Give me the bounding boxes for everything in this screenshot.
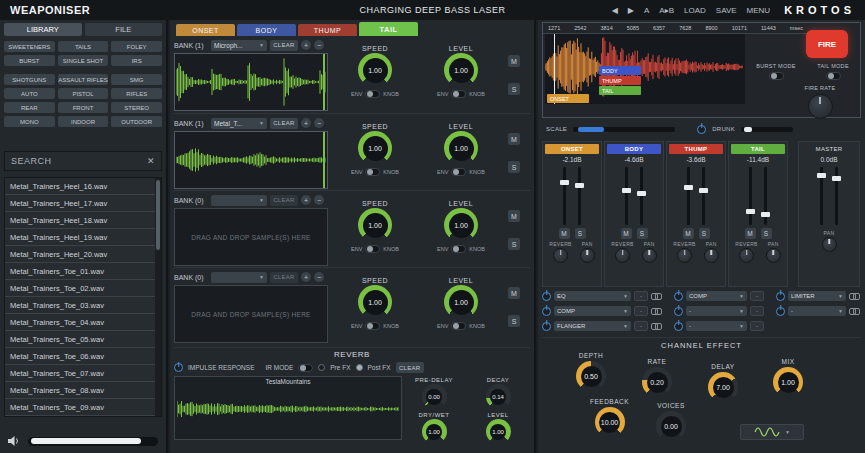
tab-thump[interactable]: THUMP (298, 24, 357, 36)
bank-remove-button[interactable]: − (314, 40, 324, 50)
category-assault-rifles-button[interactable]: ASSAULT RIFLES (58, 74, 109, 85)
channel-fader[interactable] (702, 167, 705, 225)
fire-rate-knob[interactable] (808, 94, 833, 119)
bank-source-dropdown[interactable]: ▼ (211, 272, 267, 283)
file-list-item[interactable]: Metal_Trainers_Toe_06.wav (5, 348, 161, 365)
category-outdoor-button[interactable]: OUTDOOR (111, 116, 162, 127)
file-list-item[interactable]: Metal_Trainers_Toe_08.wav (5, 382, 161, 399)
effect-delay-knob[interactable]: 7.00 (708, 372, 738, 402)
segment-badge-tail[interactable]: TAIL (599, 86, 641, 95)
category-tails-button[interactable]: TAILS (58, 41, 109, 52)
effect-mix-knob[interactable]: 1.00 (773, 367, 803, 397)
effect-rate-knob[interactable]: 0.20 (642, 367, 672, 397)
category-pistol-button[interactable]: PISTOL (58, 88, 109, 99)
bank-source-dropdown[interactable]: Microph...▼ (211, 40, 267, 51)
burst-mode-toggle[interactable] (769, 72, 784, 80)
bank-clear-button[interactable]: CLEAR (270, 272, 298, 283)
file-list-item[interactable]: Metal_Trainers_Toe_09.wav (5, 399, 161, 416)
channel-fader[interactable] (563, 167, 566, 225)
bank-solo-button[interactable]: S (508, 83, 520, 95)
drunk-power-button[interactable] (697, 125, 706, 134)
fx-amount-select[interactable]: - (634, 306, 648, 316)
link-icon[interactable] (651, 307, 662, 315)
bank-level-knob[interactable]: 1.00 (444, 285, 478, 319)
bank-add-button[interactable]: + (301, 195, 311, 205)
channel-pan-knob[interactable] (642, 248, 657, 263)
segment-badge-body[interactable]: BODY (599, 66, 641, 75)
category-sweeteners-button[interactable]: SWEETENERS (4, 41, 55, 52)
channel-pan-knob[interactable] (704, 248, 719, 263)
bank-speed-knob[interactable]: 1.00 (358, 53, 392, 87)
fx-amount-select[interactable]: - (750, 306, 764, 316)
sidebar-tab-library[interactable]: LIBRARY (4, 23, 82, 36)
channel-reverb-knob[interactable] (615, 248, 630, 263)
scrollbar-thumb[interactable] (156, 180, 160, 250)
fire-button[interactable]: FIRE (806, 30, 848, 58)
fx-select[interactable]: EQ▼ (554, 291, 631, 301)
channel-fader[interactable] (820, 167, 823, 225)
bank-remove-button[interactable]: − (314, 272, 324, 282)
channel-fader[interactable] (687, 167, 690, 225)
file-list-scrollbar[interactable] (155, 178, 161, 416)
bank-level-env-knob-toggle[interactable] (451, 90, 466, 98)
menu-button[interactable]: MENU (747, 6, 771, 15)
file-list-item[interactable]: Metal_Trainers_Toe_01.wav (5, 263, 161, 280)
segment-badge-onset[interactable]: ONSET (547, 94, 589, 103)
channel-pan-knob[interactable] (766, 248, 781, 263)
fx-select[interactable]: LIMITER▼ (788, 291, 846, 301)
file-list-item[interactable]: Metal_Trainers_Heel_17.wav (5, 195, 161, 212)
fx-power-button[interactable] (542, 307, 551, 316)
file-list-item[interactable]: Metal_Trainers_Heel_20.wav (5, 246, 161, 263)
fx-select[interactable]: COMP▼ (554, 306, 631, 316)
segment-badge-thump[interactable]: THUMP (599, 76, 641, 85)
link-icon[interactable] (849, 292, 860, 300)
bank-mute-button[interactable]: M (508, 287, 520, 299)
channel-solo-button[interactable]: S (699, 228, 710, 239)
fader-thumb[interactable] (684, 185, 693, 190)
scale-slider[interactable] (573, 127, 675, 132)
link-icon[interactable] (849, 307, 860, 315)
link-icon[interactable] (651, 292, 662, 300)
file-list-item[interactable]: Metal_Trainers_Toe_03.wav (5, 297, 161, 314)
fx-power-button[interactable] (674, 292, 683, 301)
file-list-item[interactable]: Metal_Trainers_Toe_02.wav (5, 280, 161, 297)
channel-pan-knob[interactable] (822, 237, 837, 252)
sidebar-tab-file[interactable]: FILE (85, 23, 163, 36)
category-smg-button[interactable]: SMG (111, 74, 162, 85)
category-single-shot-button[interactable]: SINGLE SHOT (58, 55, 109, 66)
bank-speed-knob[interactable]: 1.00 (358, 208, 392, 242)
category-auto-button[interactable]: AUTO (4, 88, 55, 99)
fader-thumb[interactable] (575, 183, 584, 188)
drunk-slider[interactable] (741, 127, 793, 132)
preset-next-button[interactable]: ▶ (628, 6, 634, 15)
category-mono-button[interactable]: MONO (4, 116, 55, 127)
timeline-waveform[interactable]: ONSETBODYTHUMPTAIL (545, 34, 745, 104)
post-fx-checkbox[interactable] (356, 364, 363, 371)
bank-mute-button[interactable]: M (508, 133, 520, 145)
file-list-item[interactable]: Metal_Trainers_Heel_18.wav (5, 212, 161, 229)
channel-fader[interactable] (764, 167, 767, 225)
bank-level-env-knob-toggle[interactable] (451, 245, 466, 253)
reverb-level-knob[interactable]: 1.00 (486, 419, 511, 444)
channel-solo-button[interactable]: S (761, 228, 772, 239)
bank-solo-button[interactable]: S (508, 238, 520, 250)
channel-mute-button[interactable]: M (621, 228, 632, 239)
ir-mode-toggle[interactable] (298, 364, 313, 372)
bank-waveform[interactable] (174, 53, 328, 111)
file-list-item[interactable]: Metal_Trainers_Heel_16.wav (5, 178, 161, 195)
speaker-icon[interactable] (8, 436, 20, 446)
pre-fx-checkbox[interactable] (318, 364, 325, 371)
bank-clear-button[interactable]: CLEAR (270, 195, 298, 206)
ab-compare-button[interactable]: A▸B (659, 6, 674, 15)
preview-volume-slider[interactable] (28, 437, 158, 446)
file-list-item[interactable]: Metal_Trainers_Heel_19.wav (5, 229, 161, 246)
channel-fader[interactable] (835, 167, 838, 225)
fx-select[interactable]: -▼ (788, 306, 846, 316)
fader-thumb[interactable] (817, 173, 826, 178)
fader-thumb[interactable] (622, 188, 631, 193)
bank-source-dropdown[interactable]: Metal_T...▼ (211, 118, 267, 129)
bank-speed-knob[interactable]: 1.00 (358, 285, 392, 319)
effect-voices-knob[interactable]: 0.00 (656, 411, 686, 441)
bank-mute-button[interactable]: M (508, 210, 520, 222)
channel-mute-button[interactable]: M (559, 228, 570, 239)
